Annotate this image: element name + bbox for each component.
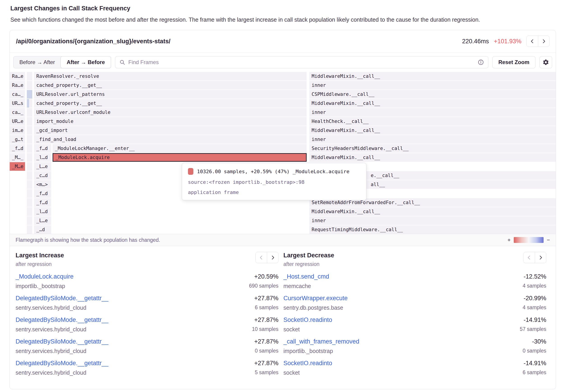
flame-frame[interactable]: CSPMiddleware.__call__ [309,90,556,98]
increase-prev-button[interactable] [256,252,267,263]
flame-frame[interactable]: _L…e [34,216,51,225]
flame-frame[interactable]: im…e [10,126,25,135]
flame-frame[interactable]: SecurityHeadersMiddleware.__call__ [309,144,556,153]
flame-frame[interactable]: UR…e [10,117,25,126]
flame-frame[interactable] [27,117,32,126]
flame-frame[interactable]: MiddlewareMixin.__call__ [309,207,556,216]
sample-count: 57 samples [520,326,546,332]
flame-frame[interactable] [27,171,32,180]
flame-frame[interactable]: inner [309,108,556,117]
flame-frame[interactable]: MiddlewareMixin.__call__ [309,72,556,81]
flame-frame[interactable]: _ModuleLock.acquire [53,153,307,162]
flame-frame[interactable]: MiddlewareMixin.__call__ [309,153,556,162]
flame-frame[interactable] [27,207,32,216]
increase-next-button[interactable] [267,252,278,263]
find-frames-searchbox[interactable] [115,56,488,68]
flame-frame[interactable]: URLResolver.url_patterns [34,90,307,98]
function-change-row: CursorWrapper.executesentry.db.postgres.… [283,295,546,311]
flame-frame[interactable] [27,72,32,81]
duration-value: 220.46ms [462,38,489,45]
function-link[interactable]: DelegatedBySiloMode.__getattr__ [15,338,108,345]
function-link[interactable]: _Host.send_cmd [283,273,329,280]
flame-frame[interactable]: _…d [34,225,51,234]
function-link[interactable]: DelegatedBySiloMode.__getattr__ [15,316,108,323]
module-name: importlib._bootstrap [283,348,359,354]
flame-frame[interactable]: MiddlewareMixin.__call__ [309,126,556,135]
page-header: Largest Changes in Call Stack Frequency … [0,0,565,28]
flamegraph[interactable]: 10326.00 samples, +20.59% (47%) _ModuleL… [10,72,556,234]
toggle-after-before[interactable]: After → Before [60,56,111,68]
info-icon[interactable] [478,59,484,65]
toggle-before-after[interactable]: Before → After [14,56,61,68]
flame-frame[interactable]: HealthCheck.__call__ [309,117,556,126]
sample-count: 0 samples [254,348,278,354]
module-name: sentry.services.hybrid_cloud [15,326,108,333]
flame-frame[interactable]: RavenResolver._resolve [34,72,307,81]
function-link[interactable]: DelegatedBySiloMode.__getattr__ [15,360,108,367]
flame-frame[interactable]: ca…_ [10,108,25,117]
flame-frame[interactable]: import_module [34,117,307,126]
function-link[interactable]: _ModuleLock.acquire [15,273,73,280]
flame-frame[interactable]: inner [309,216,556,225]
function-change-row: DelegatedBySiloMode.__getattr__sentry.se… [15,316,278,333]
flame-frame[interactable]: _g…t [10,135,25,144]
decrease-next-button[interactable] [535,252,546,263]
function-link[interactable]: SocketIO.readinto [283,316,332,323]
flame-frame[interactable]: UR…s [10,99,25,108]
flame-frame[interactable] [27,90,32,98]
flame-frame[interactable]: _l…d [34,153,51,162]
flame-frame[interactable]: _f…d [34,144,51,153]
flame-frame[interactable]: <m…> [34,180,51,189]
gear-icon [542,59,549,66]
flame-frame[interactable]: _find_and_load [34,135,307,144]
endpoint-name: /api/0/organizations/{organization_slug}… [16,38,170,45]
function-link[interactable]: SocketIO.readinto [283,360,332,367]
flame-frame[interactable]: MiddlewareMixin.__call__ [309,99,556,108]
function-link[interactable]: DelegatedBySiloMode.__getattr__ [15,295,108,302]
flame-frame[interactable]: cached_property.__get__ [34,99,307,108]
change-percent: -14.91% [520,316,546,323]
function-link[interactable]: CursorWrapper.execute [283,295,348,302]
flame-frame[interactable] [27,108,32,117]
flame-frame[interactable]: ca…_ [10,90,25,98]
flame-frame[interactable]: _M…_ [10,153,25,162]
flame-frame[interactable]: _f…d [34,189,51,198]
flame-frame[interactable] [27,126,32,135]
chevron-right-icon [538,255,543,260]
change-percent: -12.52% [523,273,546,280]
flame-frame[interactable] [27,99,29,108]
flame-frame[interactable]: _L…e [34,162,51,171]
reset-zoom-button[interactable]: Reset Zoom [492,56,536,68]
flame-frame[interactable]: _gcd_import [34,126,307,135]
settings-button[interactable] [539,56,552,68]
flame-frame[interactable] [27,153,32,162]
flame-frame[interactable]: inner [309,81,556,90]
prev-transaction-button[interactable] [527,36,538,47]
flame-frame[interactable] [27,135,32,144]
flame-frame[interactable] [27,144,32,153]
flame-frame[interactable]: _l…d [34,207,51,216]
flame-frame[interactable] [27,189,32,198]
find-frames-input[interactable] [128,59,475,65]
decrease-prev-button[interactable] [523,252,535,263]
flame-frame[interactable] [27,180,32,189]
flame-frame[interactable] [27,225,32,234]
flame-frame[interactable]: cached_property.__get__ [34,81,307,90]
sample-count: 6 samples [254,305,278,310]
flame-frame[interactable] [27,162,32,171]
flame-frame[interactable]: _f…d [10,144,25,153]
flame-frame[interactable]: URLResolver.urlconf_module [34,108,307,117]
next-transaction-button[interactable] [538,36,549,47]
flame-frame[interactable]: _ModuleLockManager.__enter__ [53,144,307,153]
flame-frame[interactable] [27,216,32,225]
flame-frame[interactable]: Ra…e [10,72,25,81]
flame-frame[interactable]: _M…e [10,162,25,171]
flame-frame[interactable]: Ra…e [10,81,25,90]
flame-frame[interactable] [27,198,32,207]
flame-frame[interactable]: _c…d [34,171,51,180]
flame-frame[interactable]: RequestTimingMiddleware.__call__ [309,225,556,234]
function-link[interactable]: _call_with_frames_removed [283,338,359,345]
flame-frame[interactable]: _f…d [34,198,51,207]
flame-frame[interactable] [27,81,32,90]
flame-frame[interactable]: inner [309,135,556,144]
